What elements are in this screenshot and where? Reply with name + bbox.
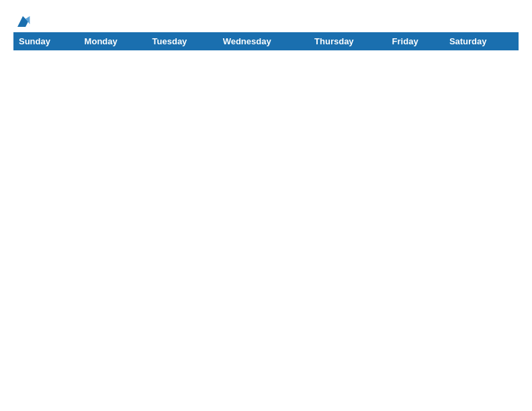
calendar-table: SundayMondayTuesdayWednesdayThursdayFrid… [13,32,519,50]
calendar-header-thursday: Thursday [309,32,387,50]
logo [13,13,31,26]
page-header [13,13,519,26]
calendar-header-row: SundayMondayTuesdayWednesdayThursdayFrid… [13,32,519,50]
calendar-header-sunday: Sunday [13,32,79,50]
calendar-header-tuesday: Tuesday [147,32,218,50]
calendar-header-friday: Friday [387,32,444,50]
svg-marker-0 [17,16,28,27]
logo-icon [15,13,31,30]
calendar-header-monday: Monday [79,32,147,50]
calendar-header-wednesday: Wednesday [218,32,309,50]
calendar-header-saturday: Saturday [444,32,519,50]
